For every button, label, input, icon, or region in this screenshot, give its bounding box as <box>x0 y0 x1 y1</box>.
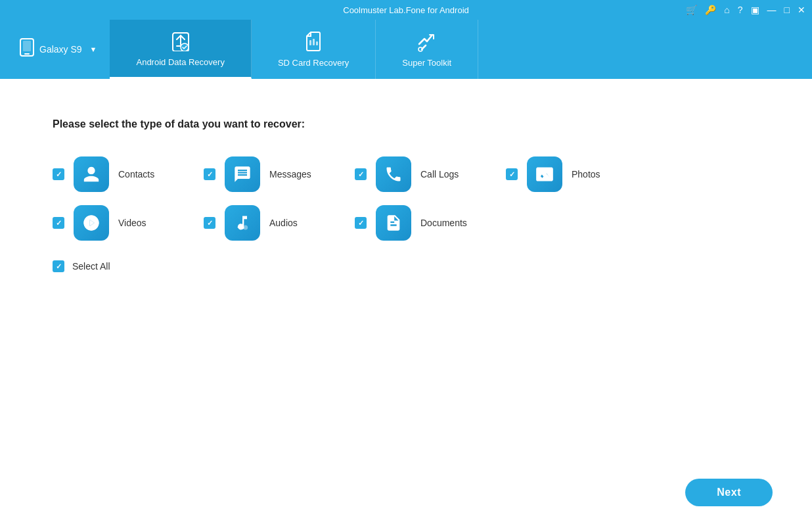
data-types-row2: Videos Audios <box>53 205 644 241</box>
data-type-audios[interactable]: Audios <box>204 205 342 241</box>
data-type-call-logs[interactable]: Call Logs <box>355 156 493 192</box>
android-data-recovery-icon <box>170 30 191 53</box>
photos-checkbox[interactable] <box>506 168 518 180</box>
home-icon[interactable]: ⌂ <box>724 5 729 15</box>
svg-rect-6 <box>313 39 315 45</box>
tab-bar: Galaxy S9 ▼ Android Data Recovery <box>0 20 812 79</box>
messages-checkbox[interactable] <box>204 168 215 180</box>
videos-icon-box <box>74 205 109 241</box>
select-all-row[interactable]: Select All <box>53 260 759 272</box>
sd-card-recovery-icon <box>304 31 323 54</box>
documents-icon-box <box>376 205 411 241</box>
tab-android-data-recovery-label: Android Data Recovery <box>136 57 224 67</box>
super-toolkit-icon <box>417 31 438 54</box>
svg-rect-1 <box>24 53 30 55</box>
select-all-label: Select All <box>72 261 110 272</box>
svg-rect-2 <box>23 41 31 51</box>
svg-point-9 <box>541 170 543 173</box>
svg-rect-5 <box>309 40 311 45</box>
data-type-videos[interactable]: Videos <box>53 205 191 241</box>
minimize-button[interactable]: — <box>767 5 777 15</box>
data-type-contacts[interactable]: Contacts <box>53 156 191 192</box>
tab-sd-card-recovery-label: SD Card Recovery <box>278 58 349 68</box>
empty-placeholder <box>506 205 644 241</box>
contacts-icon <box>82 165 101 183</box>
data-types-row1: Contacts Messages <box>53 156 644 192</box>
messages-icon-box <box>225 156 260 192</box>
documents-checkbox[interactable] <box>355 217 367 229</box>
photos-icon <box>535 165 554 183</box>
messages-icon <box>233 165 252 183</box>
videos-icon <box>82 214 101 232</box>
call-logs-icon <box>384 165 403 183</box>
messages-label: Messages <box>269 169 311 179</box>
chevron-down-icon: ▼ <box>90 45 97 53</box>
audios-label: Audios <box>269 218 298 228</box>
call-logs-label: Call Logs <box>420 169 459 179</box>
monitor-icon[interactable]: ▣ <box>751 5 759 15</box>
data-type-documents[interactable]: Documents <box>355 205 493 241</box>
main-content: Please select the type of data you want … <box>0 79 812 526</box>
navigation-tabs: Android Data Recovery SD Card Recovery <box>110 20 812 79</box>
phone-icon <box>20 38 34 60</box>
window-controls: 🛒 🔑 ⌂ ? ▣ — □ ✕ <box>686 5 805 15</box>
tab-sd-card-recovery[interactable]: SD Card Recovery <box>252 20 376 79</box>
videos-checkbox[interactable] <box>53 217 64 229</box>
contacts-icon-box <box>74 156 109 192</box>
contacts-checkbox[interactable] <box>53 168 64 180</box>
next-button-wrapper: Next <box>685 479 773 506</box>
select-all-checkbox[interactable] <box>53 260 64 272</box>
prompt-text: Please select the type of data you want … <box>53 118 759 130</box>
call-logs-checkbox[interactable] <box>355 168 367 180</box>
cart-icon[interactable]: 🛒 <box>686 5 697 15</box>
app-title: Coolmuster Lab.Fone for Android <box>343 5 469 15</box>
device-selector[interactable]: Galaxy S9 ▼ <box>7 20 110 79</box>
audios-checkbox[interactable] <box>204 217 215 229</box>
photos-label: Photos <box>572 169 600 179</box>
title-bar: Coolmuster Lab.Fone for Android 🛒 🔑 ⌂ ? … <box>0 0 812 20</box>
tab-android-data-recovery[interactable]: Android Data Recovery <box>110 20 251 79</box>
call-logs-icon-box <box>376 156 411 192</box>
tab-super-toolkit-label: Super Toolkit <box>402 58 451 68</box>
audios-icon-box <box>225 205 260 241</box>
tab-super-toolkit[interactable]: Super Toolkit <box>376 20 478 79</box>
data-type-messages[interactable]: Messages <box>204 156 342 192</box>
data-type-photos[interactable]: Photos <box>506 156 644 192</box>
maximize-button[interactable]: □ <box>784 5 790 15</box>
videos-label: Videos <box>118 218 147 228</box>
search-icon[interactable]: 🔑 <box>705 5 716 15</box>
svg-rect-7 <box>316 41 318 45</box>
contacts-label: Contacts <box>118 169 154 179</box>
help-icon[interactable]: ? <box>738 5 743 15</box>
device-name: Galaxy S9 <box>39 44 82 55</box>
documents-label: Documents <box>420 218 467 228</box>
close-button[interactable]: ✕ <box>798 5 805 15</box>
next-button[interactable]: Next <box>685 479 773 506</box>
documents-icon <box>384 214 403 232</box>
photos-icon-box <box>527 156 562 192</box>
audios-icon <box>233 214 252 232</box>
